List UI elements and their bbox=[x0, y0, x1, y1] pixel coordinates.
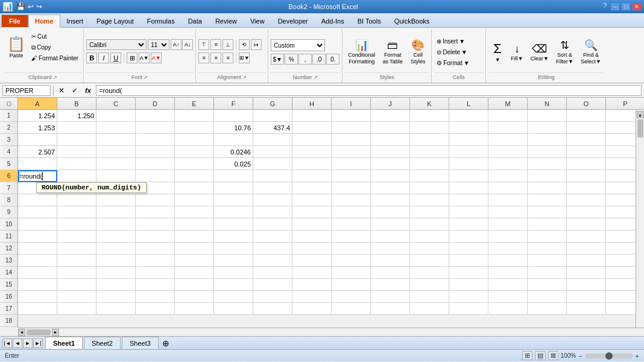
font-family-select[interactable]: Calibri bbox=[86, 39, 147, 50]
decrease-font-button[interactable]: A↓ bbox=[182, 39, 193, 50]
left-align-button[interactable]: ≡ bbox=[198, 52, 209, 63]
cell-h6[interactable] bbox=[292, 170, 332, 182]
zoom-out-button[interactable]: − bbox=[578, 352, 582, 360]
quick-access-save[interactable]: 💾 bbox=[16, 2, 25, 11]
page-break-view-button[interactable]: ⊠ bbox=[548, 351, 558, 360]
cell-g6[interactable] bbox=[253, 170, 292, 182]
bottom-align-button[interactable]: ⊥ bbox=[223, 39, 233, 50]
col-header-i[interactable]: I bbox=[332, 98, 371, 109]
col-header-p[interactable]: P bbox=[606, 98, 644, 109]
tab-review[interactable]: Review bbox=[209, 14, 244, 27]
zoom-slider[interactable] bbox=[585, 354, 633, 358]
cell-h3[interactable] bbox=[292, 134, 332, 146]
number-format-select[interactable]: Custom General Number Currency Accountin… bbox=[271, 39, 325, 51]
col-header-d[interactable]: D bbox=[136, 98, 175, 109]
autosum-button[interactable]: Σ ▼ bbox=[488, 35, 507, 69]
sheet-tab-sheet2[interactable]: Sheet2 bbox=[84, 337, 121, 349]
sort-filter-button[interactable]: ⇅ Sort &Filter▼ bbox=[553, 35, 576, 69]
cell-d3[interactable] bbox=[136, 134, 175, 146]
row-num-6[interactable]: 6 bbox=[0, 170, 17, 182]
cell-n6[interactable] bbox=[528, 170, 567, 182]
cell-d5[interactable] bbox=[136, 158, 175, 170]
cell-m6[interactable] bbox=[488, 170, 528, 182]
cell-f1[interactable] bbox=[214, 110, 253, 122]
cell-styles-button[interactable]: 🎨 CellStyles bbox=[407, 35, 429, 69]
cell-j1[interactable] bbox=[371, 110, 410, 122]
cell-c1[interactable] bbox=[96, 110, 136, 122]
currency-button[interactable]: $▼ bbox=[271, 54, 284, 65]
cell-a5[interactable] bbox=[18, 158, 57, 170]
col-header-e[interactable]: E bbox=[175, 98, 214, 109]
font-size-select[interactable]: 11 bbox=[148, 39, 169, 50]
cell-a3[interactable] bbox=[18, 134, 57, 146]
col-header-m[interactable]: M bbox=[488, 98, 528, 109]
cell-a2[interactable]: 1.253 bbox=[18, 122, 57, 134]
cell-e4[interactable] bbox=[175, 146, 214, 158]
cell-n3[interactable] bbox=[528, 134, 567, 146]
page-layout-view-button[interactable]: ▤ bbox=[535, 351, 546, 360]
cell-b5[interactable] bbox=[57, 158, 96, 170]
tab-developer[interactable]: Developer bbox=[271, 14, 315, 27]
cell-e6[interactable] bbox=[175, 170, 214, 182]
right-align-button[interactable]: ≡ bbox=[223, 52, 233, 63]
col-header-l[interactable]: L bbox=[449, 98, 488, 109]
sheet-tab-sheet1[interactable]: Sheet1 bbox=[45, 337, 83, 349]
merge-button[interactable]: ⊞▼ bbox=[239, 52, 250, 63]
cell-o6[interactable] bbox=[567, 170, 606, 182]
cell-l1[interactable] bbox=[449, 110, 488, 122]
cell-m1[interactable] bbox=[488, 110, 528, 122]
col-header-f[interactable]: F bbox=[214, 98, 253, 109]
row-num-7[interactable]: 7 bbox=[0, 182, 17, 194]
cell-n4[interactable] bbox=[528, 146, 567, 158]
cell-p5[interactable] bbox=[606, 158, 636, 170]
row-num-4[interactable]: 4 bbox=[0, 146, 17, 158]
decrease-decimal-button[interactable]: 0. bbox=[326, 54, 339, 65]
quick-access-undo[interactable]: ↩ bbox=[28, 2, 34, 11]
cell-m2[interactable] bbox=[488, 122, 528, 134]
cell-e2[interactable] bbox=[175, 122, 214, 134]
tab-file[interactable]: File bbox=[1, 14, 28, 28]
cell-h4[interactable] bbox=[292, 146, 332, 158]
cell-k4[interactable] bbox=[410, 146, 449, 158]
insert-button[interactable]: ⊕ Insert ▼ bbox=[434, 36, 483, 46]
borders-button[interactable]: ⊞ bbox=[127, 52, 137, 63]
cell-f2[interactable]: 10.76 bbox=[214, 122, 253, 134]
tab-quickbooks[interactable]: QuickBooks bbox=[388, 14, 437, 27]
find-select-button[interactable]: 🔍 Find &Select▼ bbox=[578, 35, 604, 69]
cell-h5[interactable] bbox=[292, 158, 332, 170]
select-all-button[interactable] bbox=[0, 98, 18, 109]
row-num-1[interactable]: 1 bbox=[0, 110, 17, 122]
cell-m5[interactable] bbox=[488, 158, 528, 170]
col-header-c[interactable]: C bbox=[96, 98, 136, 109]
scroll-right-button[interactable]: ► bbox=[52, 329, 59, 336]
cell-k5[interactable] bbox=[410, 158, 449, 170]
format-painter-button[interactable]: 🖌 Format Painter bbox=[29, 53, 81, 63]
sheet-prev-button[interactable]: ◄ bbox=[13, 338, 22, 348]
clear-button[interactable]: ⌫ Clear▼ bbox=[528, 35, 552, 69]
cell-m4[interactable] bbox=[488, 146, 528, 158]
cell-o4[interactable] bbox=[567, 146, 606, 158]
comma-button[interactable]: , bbox=[298, 54, 312, 65]
increase-font-button[interactable]: A↑ bbox=[171, 39, 182, 50]
row-num-10[interactable]: 10 bbox=[0, 218, 17, 230]
cell-j5[interactable] bbox=[371, 158, 410, 170]
cell-n1[interactable] bbox=[528, 110, 567, 122]
cell-d6[interactable] bbox=[136, 170, 175, 182]
cell-o1[interactable] bbox=[567, 110, 606, 122]
cell-o2[interactable] bbox=[567, 122, 606, 134]
cell-e1[interactable] bbox=[175, 110, 214, 122]
format-as-table-button[interactable]: 🗃 Formatas Table bbox=[379, 35, 406, 69]
text-direction-button[interactable]: ⟲ bbox=[239, 39, 250, 50]
row-num-18[interactable]: 18 bbox=[0, 315, 17, 327]
cell-n5[interactable] bbox=[528, 158, 567, 170]
center-align-button[interactable]: ≡ bbox=[210, 52, 221, 63]
tab-formulas[interactable]: Formulas bbox=[140, 14, 182, 27]
cell-l6[interactable] bbox=[449, 170, 488, 182]
quick-access-redo[interactable]: ↪ bbox=[36, 2, 42, 11]
cancel-formula-button[interactable]: ✕ bbox=[56, 85, 67, 96]
cell-g4[interactable] bbox=[253, 146, 292, 158]
cell-k1[interactable] bbox=[410, 110, 449, 122]
tab-insert[interactable]: Insert bbox=[60, 14, 90, 27]
insert-sheet-button[interactable]: ⊕ bbox=[160, 337, 172, 349]
underline-button[interactable]: U bbox=[110, 52, 121, 63]
